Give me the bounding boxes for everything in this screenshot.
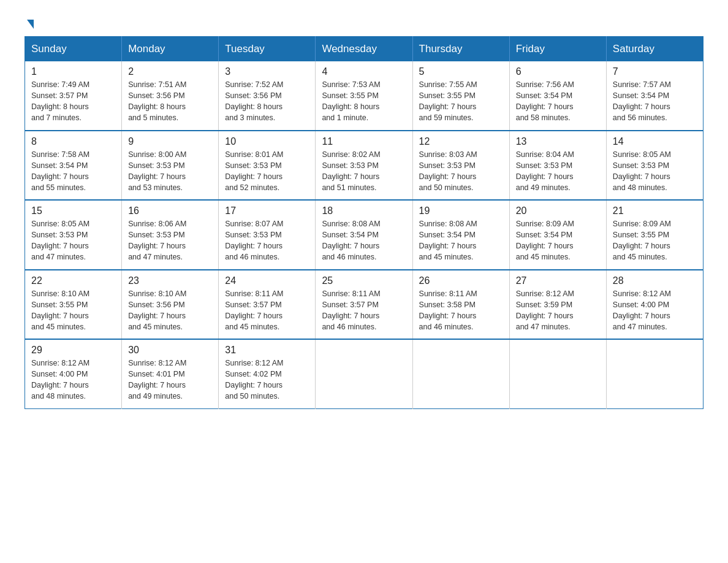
- calendar-cell: 7 Sunrise: 7:57 AMSunset: 3:54 PMDayligh…: [606, 61, 703, 131]
- calendar-cell: 14 Sunrise: 8:05 AMSunset: 3:53 PMDaylig…: [606, 131, 703, 201]
- calendar-cell: 21 Sunrise: 8:09 AMSunset: 3:55 PMDaylig…: [606, 200, 703, 270]
- calendar-cell: 17 Sunrise: 8:07 AMSunset: 3:53 PMDaylig…: [219, 200, 316, 270]
- day-number: 9: [128, 136, 212, 147]
- day-info: Sunrise: 8:00 AMSunset: 3:53 PMDaylight:…: [128, 149, 212, 194]
- calendar-week-row: 29 Sunrise: 8:12 AMSunset: 4:00 PMDaylig…: [25, 339, 703, 408]
- day-number: 6: [516, 66, 600, 77]
- day-number: 18: [322, 205, 406, 216]
- day-number: 25: [322, 275, 406, 286]
- day-number: 28: [613, 275, 697, 286]
- calendar-cell: 27 Sunrise: 8:12 AMSunset: 3:59 PMDaylig…: [509, 270, 606, 340]
- weekday-header-wednesday: Wednesday: [316, 37, 412, 62]
- calendar-cell: 13 Sunrise: 8:04 AMSunset: 3:53 PMDaylig…: [509, 131, 606, 201]
- day-number: 27: [516, 275, 600, 286]
- weekday-header-friday: Friday: [509, 37, 606, 62]
- calendar-cell: 3 Sunrise: 7:52 AMSunset: 3:56 PMDayligh…: [219, 61, 316, 131]
- calendar-cell: 28 Sunrise: 8:12 AMSunset: 4:00 PMDaylig…: [606, 270, 703, 340]
- day-number: 5: [419, 66, 503, 77]
- day-info: Sunrise: 8:11 AMSunset: 3:57 PMDaylight:…: [322, 288, 406, 333]
- day-number: 24: [225, 275, 309, 286]
- calendar-cell: 8 Sunrise: 7:58 AMSunset: 3:54 PMDayligh…: [25, 131, 122, 201]
- calendar-cell: 29 Sunrise: 8:12 AMSunset: 4:00 PMDaylig…: [25, 339, 122, 408]
- logo: [25, 18, 34, 25]
- day-info: Sunrise: 8:10 AMSunset: 3:55 PMDaylight:…: [31, 288, 115, 333]
- day-number: 12: [419, 136, 503, 147]
- day-info: Sunrise: 7:55 AMSunset: 3:55 PMDaylight:…: [419, 79, 503, 124]
- day-number: 22: [31, 275, 115, 286]
- calendar-cell: 23 Sunrise: 8:10 AMSunset: 3:56 PMDaylig…: [122, 270, 219, 340]
- day-number: 30: [128, 345, 212, 356]
- day-info: Sunrise: 7:49 AMSunset: 3:57 PMDaylight:…: [31, 79, 115, 124]
- calendar-cell: 19 Sunrise: 8:08 AMSunset: 3:54 PMDaylig…: [412, 200, 509, 270]
- day-info: Sunrise: 7:53 AMSunset: 3:55 PMDaylight:…: [322, 79, 406, 124]
- day-number: 14: [613, 136, 697, 147]
- day-info: Sunrise: 8:03 AMSunset: 3:53 PMDaylight:…: [419, 149, 503, 194]
- day-number: 7: [613, 66, 697, 77]
- calendar-cell: 1 Sunrise: 7:49 AMSunset: 3:57 PMDayligh…: [25, 61, 122, 131]
- day-number: 4: [322, 66, 406, 77]
- day-number: 20: [516, 205, 600, 216]
- day-number: 2: [128, 66, 212, 77]
- day-number: 15: [31, 205, 115, 216]
- day-info: Sunrise: 7:58 AMSunset: 3:54 PMDaylight:…: [31, 149, 115, 194]
- day-number: 13: [516, 136, 600, 147]
- calendar-cell: 22 Sunrise: 8:10 AMSunset: 3:55 PMDaylig…: [25, 270, 122, 340]
- calendar-cell: 4 Sunrise: 7:53 AMSunset: 3:55 PMDayligh…: [316, 61, 412, 131]
- weekday-header-saturday: Saturday: [606, 37, 703, 62]
- day-number: 19: [419, 205, 503, 216]
- day-info: Sunrise: 8:09 AMSunset: 3:55 PMDaylight:…: [613, 218, 697, 263]
- calendar-cell: 30 Sunrise: 8:12 AMSunset: 4:01 PMDaylig…: [122, 339, 219, 408]
- day-info: Sunrise: 8:05 AMSunset: 3:53 PMDaylight:…: [613, 149, 697, 194]
- calendar-cell: 10 Sunrise: 8:01 AMSunset: 3:53 PMDaylig…: [219, 131, 316, 201]
- calendar-cell: [316, 339, 412, 408]
- day-number: 11: [322, 136, 406, 147]
- logo-arrow-icon: [27, 20, 34, 29]
- calendar-cell: 25 Sunrise: 8:11 AMSunset: 3:57 PMDaylig…: [316, 270, 412, 340]
- calendar-cell: 9 Sunrise: 8:00 AMSunset: 3:53 PMDayligh…: [122, 131, 219, 201]
- day-number: 31: [225, 345, 309, 356]
- day-number: 10: [225, 136, 309, 147]
- day-info: Sunrise: 8:02 AMSunset: 3:53 PMDaylight:…: [322, 149, 406, 194]
- calendar-week-row: 1 Sunrise: 7:49 AMSunset: 3:57 PMDayligh…: [25, 61, 703, 131]
- calendar-cell: 24 Sunrise: 8:11 AMSunset: 3:57 PMDaylig…: [219, 270, 316, 340]
- weekday-header-thursday: Thursday: [412, 37, 509, 62]
- day-info: Sunrise: 7:52 AMSunset: 3:56 PMDaylight:…: [225, 79, 309, 124]
- calendar-cell: 20 Sunrise: 8:09 AMSunset: 3:54 PMDaylig…: [509, 200, 606, 270]
- day-info: Sunrise: 7:56 AMSunset: 3:54 PMDaylight:…: [516, 79, 600, 124]
- day-info: Sunrise: 8:08 AMSunset: 3:54 PMDaylight:…: [419, 218, 503, 263]
- weekday-header-row: SundayMondayTuesdayWednesdayThursdayFrid…: [25, 37, 703, 62]
- calendar-cell: 11 Sunrise: 8:02 AMSunset: 3:53 PMDaylig…: [316, 131, 412, 201]
- day-info: Sunrise: 8:08 AMSunset: 3:54 PMDaylight:…: [322, 218, 406, 263]
- day-info: Sunrise: 8:01 AMSunset: 3:53 PMDaylight:…: [225, 149, 309, 194]
- calendar-week-row: 22 Sunrise: 8:10 AMSunset: 3:55 PMDaylig…: [25, 270, 703, 340]
- day-number: 1: [31, 66, 115, 77]
- calendar-cell: 5 Sunrise: 7:55 AMSunset: 3:55 PMDayligh…: [412, 61, 509, 131]
- calendar-cell: [509, 339, 606, 408]
- calendar-cell: 15 Sunrise: 8:05 AMSunset: 3:53 PMDaylig…: [25, 200, 122, 270]
- day-info: Sunrise: 7:51 AMSunset: 3:56 PMDaylight:…: [128, 79, 212, 124]
- day-number: 21: [613, 205, 697, 216]
- day-number: 23: [128, 275, 212, 286]
- day-info: Sunrise: 8:10 AMSunset: 3:56 PMDaylight:…: [128, 288, 212, 333]
- calendar-week-row: 8 Sunrise: 7:58 AMSunset: 3:54 PMDayligh…: [25, 131, 703, 201]
- day-info: Sunrise: 8:06 AMSunset: 3:53 PMDaylight:…: [128, 218, 212, 263]
- calendar-cell: 26 Sunrise: 8:11 AMSunset: 3:58 PMDaylig…: [412, 270, 509, 340]
- day-info: Sunrise: 8:12 AMSunset: 3:59 PMDaylight:…: [516, 288, 600, 333]
- calendar-table: SundayMondayTuesdayWednesdayThursdayFrid…: [25, 36, 703, 409]
- day-number: 26: [419, 275, 503, 286]
- calendar-cell: [606, 339, 703, 408]
- day-number: 8: [31, 136, 115, 147]
- calendar-cell: 16 Sunrise: 8:06 AMSunset: 3:53 PMDaylig…: [122, 200, 219, 270]
- calendar-cell: 2 Sunrise: 7:51 AMSunset: 3:56 PMDayligh…: [122, 61, 219, 131]
- day-number: 17: [225, 205, 309, 216]
- day-info: Sunrise: 8:12 AMSunset: 4:02 PMDaylight:…: [225, 358, 309, 402]
- day-number: 16: [128, 205, 212, 216]
- day-info: Sunrise: 8:07 AMSunset: 3:53 PMDaylight:…: [225, 218, 309, 263]
- day-info: Sunrise: 8:12 AMSunset: 4:00 PMDaylight:…: [31, 358, 115, 402]
- calendar-cell: 12 Sunrise: 8:03 AMSunset: 3:53 PMDaylig…: [412, 131, 509, 201]
- day-info: Sunrise: 8:05 AMSunset: 3:53 PMDaylight:…: [31, 218, 115, 263]
- day-info: Sunrise: 8:09 AMSunset: 3:54 PMDaylight:…: [516, 218, 600, 263]
- day-info: Sunrise: 7:57 AMSunset: 3:54 PMDaylight:…: [613, 79, 697, 124]
- weekday-header-tuesday: Tuesday: [219, 37, 316, 62]
- calendar-cell: 31 Sunrise: 8:12 AMSunset: 4:02 PMDaylig…: [219, 339, 316, 408]
